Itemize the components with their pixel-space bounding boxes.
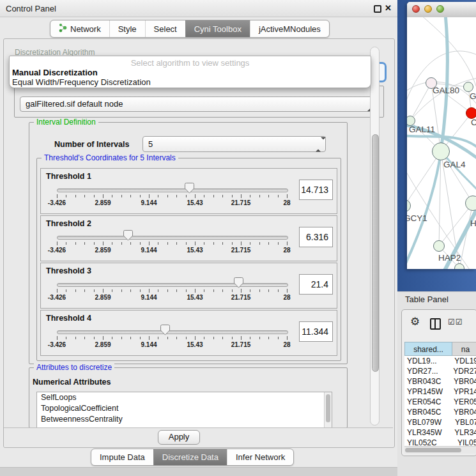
attribute-item[interactable]: SelfLoops — [37, 392, 332, 403]
column-header-shared-name[interactable]: shared... — [404, 342, 452, 356]
gear-icon[interactable]: ⚙ — [410, 315, 420, 328]
major-tick — [103, 289, 104, 293]
table-row[interactable]: YPR145WYPR14 — [404, 387, 476, 397]
scrollbar-thumb[interactable] — [372, 134, 379, 372]
slider-track[interactable] — [57, 330, 288, 334]
table-row[interactable]: YDR27...YDR27 — [404, 366, 476, 376]
tick-label: 21.715 — [231, 341, 251, 348]
table-row[interactable]: YBL079WYBL07 — [404, 417, 476, 427]
close-icon[interactable]: ✕ — [385, 3, 392, 13]
threshold-value-field[interactable]: 21.4 — [299, 274, 333, 295]
minor-tick — [222, 289, 223, 292]
minor-tick — [176, 242, 177, 245]
slider-track[interactable] — [57, 188, 288, 192]
major-tick — [287, 194, 288, 198]
major-tick — [149, 289, 150, 293]
threshold-panel-2: Threshold 2-3.4262.8599.14415.4321.71528… — [40, 215, 337, 261]
slider-track[interactable] — [57, 236, 288, 240]
minor-tick — [259, 242, 260, 245]
threshold-value-field[interactable]: 11.344 — [299, 321, 333, 342]
cell-shared-name: YDL19... — [404, 356, 449, 366]
algorithm-option-manual[interactable]: Manual Discretization — [12, 68, 98, 77]
network-node[interactable] — [465, 196, 476, 211]
tab-jactivemnodules[interactable]: jActiveMNodules — [250, 20, 329, 37]
cell-shared-name: YLR345W — [404, 427, 449, 438]
minor-tick — [121, 242, 122, 245]
attribute-item[interactable]: TopologicalCoefficient — [37, 403, 332, 414]
major-tick — [149, 336, 150, 340]
minor-tick — [130, 289, 131, 292]
algorithm-option-equal-width[interactable]: Equal Width/Frequency Discretization — [12, 77, 151, 87]
minor-tick — [158, 242, 158, 245]
scrollbar-thumb[interactable] — [326, 394, 330, 422]
algorithm-placeholder-option[interactable]: Select algorithm to view settings — [10, 58, 371, 68]
network-node[interactable] — [463, 82, 473, 92]
minor-tick — [268, 195, 269, 197]
table-row[interactable]: YLR345WYLR34 — [404, 427, 476, 438]
tab-cyni-toolbox[interactable]: Cyni Toolbox — [185, 20, 250, 37]
attributes-group-title: Attributes to discretize — [34, 363, 114, 372]
minor-tick — [213, 242, 214, 245]
minor-tick — [232, 195, 233, 197]
minor-tick — [176, 289, 177, 292]
table-horizontal-scrollbar[interactable] — [404, 446, 476, 454]
slider-thumb[interactable] — [123, 230, 133, 241]
cell-shared-name: YBR045C — [404, 407, 449, 417]
tab-impute-data[interactable]: Impute Data — [91, 449, 153, 465]
cell-shared-name: YER054C — [404, 397, 449, 407]
minor-tick — [186, 337, 187, 339]
cell-shared-name: YPR145W — [404, 387, 449, 397]
minor-tick — [140, 242, 141, 245]
table-data-combobox[interactable]: galFiltered.sif default node — [20, 96, 378, 112]
cell-name: YER05 — [449, 397, 476, 407]
minimize-traffic-light-icon[interactable] — [424, 5, 432, 13]
minor-tick — [121, 195, 122, 197]
minor-tick — [66, 289, 66, 292]
node-label-g: G — [470, 91, 476, 101]
scrollbar-thumb[interactable] — [405, 448, 461, 452]
column-header-name[interactable]: na — [452, 342, 476, 356]
split-columns-icon[interactable] — [430, 318, 441, 330]
slider-thumb[interactable] — [160, 325, 170, 335]
threshold-value-field[interactable]: 6.316 — [299, 227, 333, 247]
network-node[interactable] — [433, 240, 445, 252]
table-row[interactable]: YBR043CYBR04 — [404, 376, 476, 387]
node-label-gal80: GAL80 — [433, 86, 459, 95]
network-canvas[interactable]: GAL80GCGAL11GAL4GCY1HHAP2 — [407, 17, 476, 269]
slider-thumb[interactable] — [185, 183, 194, 194]
zoom-traffic-light-icon[interactable] — [436, 5, 444, 13]
attribute-item[interactable]: BetweennessCentrality — [37, 414, 332, 425]
panel-vertical-scrollbar[interactable] — [370, 47, 380, 426]
table-row[interactable]: YER054CYER05 — [404, 397, 476, 407]
minor-tick — [204, 195, 204, 197]
tab-infer-network[interactable]: Infer Network — [227, 449, 293, 465]
tab-discretize-data[interactable]: Discretize Data — [153, 449, 227, 465]
minor-tick — [84, 289, 85, 292]
attributes-list-scrollbar[interactable] — [324, 392, 332, 427]
major-tick — [241, 289, 242, 293]
slider-track[interactable] — [57, 283, 288, 287]
float-window-icon[interactable] — [374, 5, 381, 13]
tab-network[interactable]: Network — [50, 20, 109, 37]
threshold-value-field[interactable]: 14.713 — [299, 180, 333, 200]
table-row[interactable]: YDL19...YDL19 — [404, 356, 476, 366]
table-row[interactable]: YIL052CYIL05 — [404, 438, 476, 446]
tick-label: 9.144 — [141, 247, 157, 254]
threshold-label: Threshold 1 — [46, 172, 91, 181]
close-traffic-light-icon[interactable] — [412, 5, 420, 13]
minor-tick — [130, 242, 131, 245]
tick-label: 21.715 — [231, 247, 251, 254]
apply-button[interactable]: Apply — [158, 430, 200, 445]
threshold-panel-1: Threshold 1-3.4262.8599.14415.4321.71528… — [40, 168, 337, 214]
cell-name: YBR04 — [449, 376, 476, 387]
minor-tick — [66, 242, 66, 245]
number-of-intervals-combobox[interactable]: 5 — [142, 136, 326, 152]
tab-style[interactable]: Style — [109, 20, 145, 37]
threshold-panel-3: Threshold 3-3.4262.8599.14415.4321.71528… — [40, 263, 337, 309]
table-row[interactable]: YBR045CYBR04 — [404, 407, 476, 417]
network-node[interactable] — [454, 263, 464, 269]
tab-select[interactable]: Select — [145, 20, 185, 37]
slider-thumb[interactable] — [234, 277, 243, 288]
network-node[interactable] — [432, 142, 450, 160]
select-columns-icon[interactable]: ☑☑ — [448, 318, 463, 326]
